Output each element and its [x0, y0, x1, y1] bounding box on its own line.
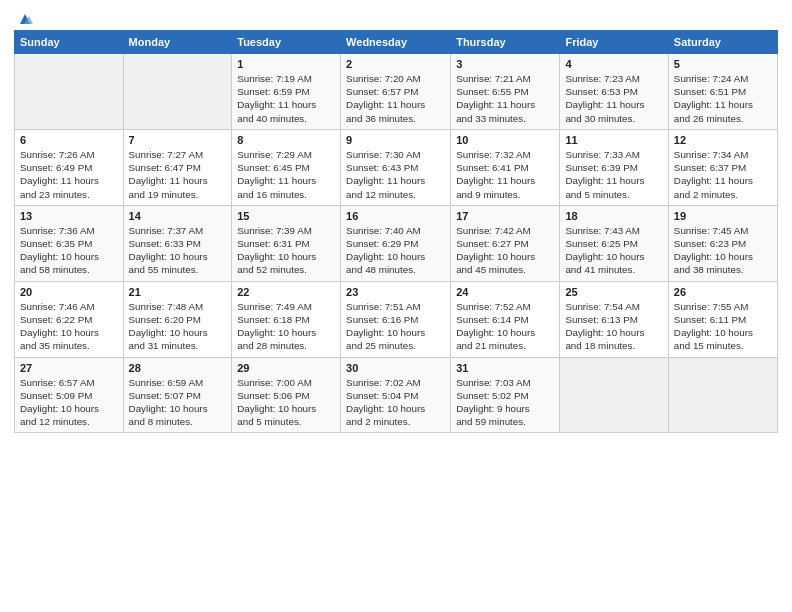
day-cell: 6Sunrise: 7:26 AMSunset: 6:49 PMDaylight… — [15, 129, 124, 205]
day-cell: 25Sunrise: 7:54 AMSunset: 6:13 PMDayligh… — [560, 281, 668, 357]
day-info: Sunrise: 7:23 AMSunset: 6:53 PMDaylight:… — [565, 72, 662, 125]
day-info: Sunrise: 7:46 AMSunset: 6:22 PMDaylight:… — [20, 300, 118, 353]
day-number: 23 — [346, 286, 445, 298]
day-number: 5 — [674, 58, 772, 70]
day-number: 30 — [346, 362, 445, 374]
day-number: 21 — [129, 286, 227, 298]
day-info: Sunrise: 7:24 AMSunset: 6:51 PMDaylight:… — [674, 72, 772, 125]
day-cell: 11Sunrise: 7:33 AMSunset: 6:39 PMDayligh… — [560, 129, 668, 205]
day-number: 31 — [456, 362, 554, 374]
day-info: Sunrise: 7:43 AMSunset: 6:25 PMDaylight:… — [565, 224, 662, 277]
day-info: Sunrise: 7:37 AMSunset: 6:33 PMDaylight:… — [129, 224, 227, 277]
day-cell: 18Sunrise: 7:43 AMSunset: 6:25 PMDayligh… — [560, 205, 668, 281]
day-cell: 19Sunrise: 7:45 AMSunset: 6:23 PMDayligh… — [668, 205, 777, 281]
day-info: Sunrise: 7:32 AMSunset: 6:41 PMDaylight:… — [456, 148, 554, 201]
day-info: Sunrise: 7:54 AMSunset: 6:13 PMDaylight:… — [565, 300, 662, 353]
day-info: Sunrise: 7:36 AMSunset: 6:35 PMDaylight:… — [20, 224, 118, 277]
day-cell — [560, 357, 668, 433]
day-number: 4 — [565, 58, 662, 70]
day-number: 27 — [20, 362, 118, 374]
week-row-2: 6Sunrise: 7:26 AMSunset: 6:49 PMDaylight… — [15, 129, 778, 205]
day-cell: 3Sunrise: 7:21 AMSunset: 6:55 PMDaylight… — [451, 54, 560, 130]
day-cell: 4Sunrise: 7:23 AMSunset: 6:53 PMDaylight… — [560, 54, 668, 130]
day-cell: 16Sunrise: 7:40 AMSunset: 6:29 PMDayligh… — [341, 205, 451, 281]
logo — [14, 10, 34, 24]
day-cell: 5Sunrise: 7:24 AMSunset: 6:51 PMDaylight… — [668, 54, 777, 130]
day-info: Sunrise: 6:59 AMSunset: 5:07 PMDaylight:… — [129, 376, 227, 429]
day-number: 20 — [20, 286, 118, 298]
day-cell: 28Sunrise: 6:59 AMSunset: 5:07 PMDayligh… — [123, 357, 232, 433]
day-info: Sunrise: 7:40 AMSunset: 6:29 PMDaylight:… — [346, 224, 445, 277]
day-info: Sunrise: 7:26 AMSunset: 6:49 PMDaylight:… — [20, 148, 118, 201]
day-cell: 31Sunrise: 7:03 AMSunset: 5:02 PMDayligh… — [451, 357, 560, 433]
day-info: Sunrise: 7:51 AMSunset: 6:16 PMDaylight:… — [346, 300, 445, 353]
day-info: Sunrise: 7:48 AMSunset: 6:20 PMDaylight:… — [129, 300, 227, 353]
day-cell: 26Sunrise: 7:55 AMSunset: 6:11 PMDayligh… — [668, 281, 777, 357]
week-row-4: 20Sunrise: 7:46 AMSunset: 6:22 PMDayligh… — [15, 281, 778, 357]
day-cell: 8Sunrise: 7:29 AMSunset: 6:45 PMDaylight… — [232, 129, 341, 205]
day-info: Sunrise: 7:52 AMSunset: 6:14 PMDaylight:… — [456, 300, 554, 353]
weekday-header-friday: Friday — [560, 31, 668, 54]
day-number: 2 — [346, 58, 445, 70]
day-cell: 22Sunrise: 7:49 AMSunset: 6:18 PMDayligh… — [232, 281, 341, 357]
day-info: Sunrise: 7:19 AMSunset: 6:59 PMDaylight:… — [237, 72, 335, 125]
day-cell: 14Sunrise: 7:37 AMSunset: 6:33 PMDayligh… — [123, 205, 232, 281]
day-number: 11 — [565, 134, 662, 146]
day-info: Sunrise: 7:03 AMSunset: 5:02 PMDaylight:… — [456, 376, 554, 429]
day-info: Sunrise: 7:02 AMSunset: 5:04 PMDaylight:… — [346, 376, 445, 429]
day-cell: 15Sunrise: 7:39 AMSunset: 6:31 PMDayligh… — [232, 205, 341, 281]
day-cell: 13Sunrise: 7:36 AMSunset: 6:35 PMDayligh… — [15, 205, 124, 281]
day-info: Sunrise: 7:21 AMSunset: 6:55 PMDaylight:… — [456, 72, 554, 125]
day-info: Sunrise: 7:34 AMSunset: 6:37 PMDaylight:… — [674, 148, 772, 201]
weekday-header-row: SundayMondayTuesdayWednesdayThursdayFrid… — [15, 31, 778, 54]
day-number: 9 — [346, 134, 445, 146]
day-info: Sunrise: 7:33 AMSunset: 6:39 PMDaylight:… — [565, 148, 662, 201]
day-cell: 9Sunrise: 7:30 AMSunset: 6:43 PMDaylight… — [341, 129, 451, 205]
day-info: Sunrise: 7:20 AMSunset: 6:57 PMDaylight:… — [346, 72, 445, 125]
day-cell: 30Sunrise: 7:02 AMSunset: 5:04 PMDayligh… — [341, 357, 451, 433]
day-number: 24 — [456, 286, 554, 298]
day-info: Sunrise: 7:45 AMSunset: 6:23 PMDaylight:… — [674, 224, 772, 277]
day-number: 3 — [456, 58, 554, 70]
day-number: 19 — [674, 210, 772, 222]
day-info: Sunrise: 7:27 AMSunset: 6:47 PMDaylight:… — [129, 148, 227, 201]
day-cell: 12Sunrise: 7:34 AMSunset: 6:37 PMDayligh… — [668, 129, 777, 205]
week-row-5: 27Sunrise: 6:57 AMSunset: 5:09 PMDayligh… — [15, 357, 778, 433]
day-number: 12 — [674, 134, 772, 146]
day-number: 6 — [20, 134, 118, 146]
weekday-header-wednesday: Wednesday — [341, 31, 451, 54]
day-info: Sunrise: 6:57 AMSunset: 5:09 PMDaylight:… — [20, 376, 118, 429]
day-cell — [15, 54, 124, 130]
day-number: 26 — [674, 286, 772, 298]
header — [14, 10, 778, 24]
day-number: 25 — [565, 286, 662, 298]
day-info: Sunrise: 7:00 AMSunset: 5:06 PMDaylight:… — [237, 376, 335, 429]
week-row-1: 1Sunrise: 7:19 AMSunset: 6:59 PMDaylight… — [15, 54, 778, 130]
weekday-header-monday: Monday — [123, 31, 232, 54]
day-number: 14 — [129, 210, 227, 222]
day-number: 13 — [20, 210, 118, 222]
day-info: Sunrise: 7:29 AMSunset: 6:45 PMDaylight:… — [237, 148, 335, 201]
day-cell: 20Sunrise: 7:46 AMSunset: 6:22 PMDayligh… — [15, 281, 124, 357]
day-number: 1 — [237, 58, 335, 70]
day-number: 29 — [237, 362, 335, 374]
day-cell: 1Sunrise: 7:19 AMSunset: 6:59 PMDaylight… — [232, 54, 341, 130]
day-number: 7 — [129, 134, 227, 146]
day-number: 28 — [129, 362, 227, 374]
weekday-header-tuesday: Tuesday — [232, 31, 341, 54]
day-cell: 24Sunrise: 7:52 AMSunset: 6:14 PMDayligh… — [451, 281, 560, 357]
day-cell: 29Sunrise: 7:00 AMSunset: 5:06 PMDayligh… — [232, 357, 341, 433]
day-cell: 2Sunrise: 7:20 AMSunset: 6:57 PMDaylight… — [341, 54, 451, 130]
day-cell: 21Sunrise: 7:48 AMSunset: 6:20 PMDayligh… — [123, 281, 232, 357]
day-info: Sunrise: 7:30 AMSunset: 6:43 PMDaylight:… — [346, 148, 445, 201]
day-number: 8 — [237, 134, 335, 146]
day-number: 15 — [237, 210, 335, 222]
weekday-header-thursday: Thursday — [451, 31, 560, 54]
day-cell: 10Sunrise: 7:32 AMSunset: 6:41 PMDayligh… — [451, 129, 560, 205]
page-container: SundayMondayTuesdayWednesdayThursdayFrid… — [0, 0, 792, 443]
weekday-header-sunday: Sunday — [15, 31, 124, 54]
day-cell: 23Sunrise: 7:51 AMSunset: 6:16 PMDayligh… — [341, 281, 451, 357]
day-cell: 17Sunrise: 7:42 AMSunset: 6:27 PMDayligh… — [451, 205, 560, 281]
day-number: 22 — [237, 286, 335, 298]
weekday-header-saturday: Saturday — [668, 31, 777, 54]
